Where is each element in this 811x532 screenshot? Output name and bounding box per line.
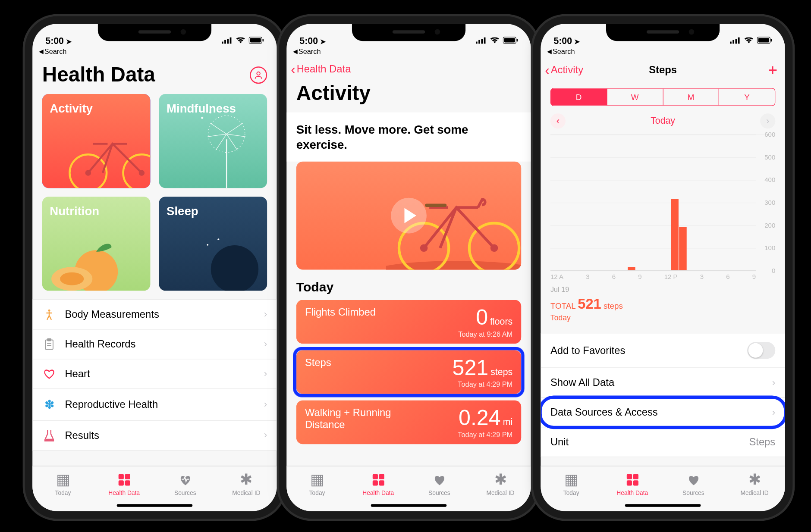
body-icon [42,308,57,320]
wifi-icon [236,36,245,47]
favorites-switch[interactable] [747,342,775,359]
metric-timestamp: Today at 4:29 PM [458,431,512,439]
svg-point-26 [207,244,208,246]
home-indicator[interactable] [371,504,446,507]
svg-rect-39 [481,39,483,44]
period-prev-button[interactable]: ‹ [550,113,566,128]
card-walking-running[interactable]: Walking + Running Distance 0.24mi Today … [296,401,521,444]
medical-icon: ✱ [494,472,507,487]
row-label: Health Records [65,338,135,350]
bicycle-icon [64,123,151,188]
tile-mindfulness[interactable]: Mindfulness [159,94,267,188]
notch [352,24,465,41]
tab-sources[interactable]: Sources [154,466,216,501]
metric-unit: steps [490,367,512,377]
battery-icon [249,36,264,47]
svg-rect-56 [736,39,737,44]
svg-rect-52 [372,480,377,485]
row-heart[interactable]: Heart › [32,359,277,389]
svg-point-47 [420,244,428,252]
metric-unit: floors [490,316,512,327]
row-results[interactable]: Results › [32,421,277,451]
segment-day[interactable]: D [551,89,607,106]
tab-sources[interactable]: Sources [409,466,470,501]
chart-ytick: 0 [772,267,775,275]
row-add-to-favorites[interactable]: Add to Favorites [541,333,785,368]
steps-bar-chart[interactable]: 010020030040050060012 A36912 P369 [550,134,775,285]
page-title: Activity [296,81,371,105]
chart-bar [679,227,687,270]
grid-icon [117,472,131,487]
cellular-signal-icon [476,36,487,47]
tab-health-data[interactable]: Health Data [602,466,663,501]
segment-week[interactable]: W [607,89,663,106]
tile-activity[interactable]: Activity [42,94,151,188]
chart-ytick: 400 [764,176,775,184]
tab-today[interactable]: ▦Today [286,466,348,501]
row-label: Data Sources & Access [550,407,658,419]
tab-medical-id[interactable]: ✱Medical ID [724,466,785,501]
tile-activity-label: Activity [50,102,93,115]
home-indicator[interactable] [117,504,192,507]
chart-bar [628,267,636,270]
tab-health-data[interactable]: Health Data [348,466,409,501]
svg-rect-36 [125,480,130,485]
nav-back-button[interactable]: ‹ Activity [545,63,583,78]
chart-xtick: 3 [700,273,704,280]
moon-icon [197,231,261,291]
chevron-left-icon: ◀ [39,48,43,55]
tab-medical-id[interactable]: ✱Medical ID [470,466,531,501]
calendar-icon: ▦ [56,472,70,487]
chart-bar [671,199,679,270]
chevron-left-icon: ‹ [545,63,550,78]
unit-value: Steps [749,436,775,448]
tab-label: Today [55,489,71,496]
svg-point-10 [85,170,91,176]
breadcrumb-back[interactable]: ◀ Search [541,47,785,59]
tab-sources[interactable]: Sources [663,466,724,501]
row-unit[interactable]: Unit Steps [541,427,785,457]
row-health-records[interactable]: Health Records › [32,329,277,359]
tab-medical-id[interactable]: ✱ Medical ID [216,466,277,501]
period-next-button[interactable]: › [760,113,775,128]
breadcrumb-back[interactable]: ◀ Search [286,47,531,59]
svg-rect-34 [125,474,130,479]
row-data-sources-access[interactable]: Data Sources & Access › [541,397,785,427]
card-flights-climbed[interactable]: Flights Climbed 0floors Today at 9:26 AM [296,300,521,344]
profile-icon[interactable] [250,66,267,84]
tab-health-data[interactable]: Health Data [94,466,155,501]
tab-today[interactable]: ▦ Today [32,466,94,501]
segment-month[interactable]: M [663,89,719,106]
home-indicator[interactable] [625,504,701,507]
row-show-all-data[interactable]: Show All Data › [541,368,785,398]
breadcrumb-back[interactable]: ◀ Search [32,47,277,59]
segment-year[interactable]: Y [719,89,775,106]
svg-line-19 [216,134,226,150]
tile-nutrition[interactable]: Nutrition [42,197,151,291]
status-time: 5:00 [45,36,64,47]
add-button[interactable]: + [768,62,777,78]
tab-label: Health Data [616,489,648,496]
tab-label: Health Data [108,489,140,496]
svg-point-20 [201,117,203,119]
nav-back-label: Health Data [297,63,351,75]
card-steps[interactable]: Steps 521steps Today at 4:29 PM [296,350,521,394]
chart-total-sub: Today [541,313,785,330]
chart-xtick: 6 [612,273,616,280]
activity-intro-video[interactable] [296,162,521,270]
chart-xtick: 6 [726,273,729,280]
metric-label: Steps [305,357,331,388]
medical-icon: ✱ [240,472,252,487]
nav-back-button[interactable]: ‹ Health Data [291,62,351,76]
tab-today[interactable]: ▦Today [541,466,602,501]
row-body-measurements[interactable]: Body Measurements › [32,300,277,329]
tile-sleep[interactable]: Sleep [159,197,267,291]
notch [98,24,211,41]
svg-line-14 [226,123,243,134]
clipboard-icon [42,338,57,350]
chevron-right-icon: › [264,309,267,320]
chevron-right-icon: › [264,368,267,379]
row-label: Reproductive Health [65,399,158,411]
chart-ytick: 500 [764,153,775,161]
row-reproductive-health[interactable]: ✽ Reproductive Health › [32,389,277,421]
